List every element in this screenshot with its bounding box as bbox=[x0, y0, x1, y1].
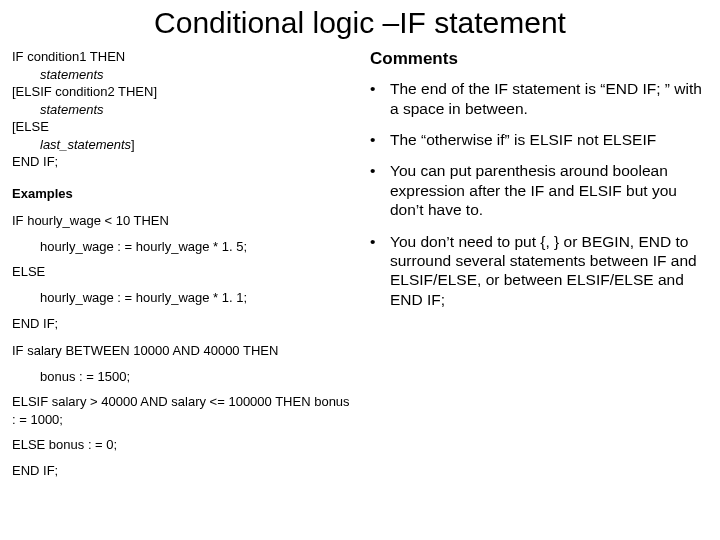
comment-text-3: You can put parenthesis around boolean e… bbox=[390, 161, 708, 219]
example-1-line-5: END IF; bbox=[12, 315, 350, 333]
comment-item-4: • You don’t need to put {, } or BEGIN, E… bbox=[370, 232, 708, 310]
content-columns: IF condition1 THEN statements [ELSIF con… bbox=[0, 48, 720, 489]
syntax-line-2: statements bbox=[12, 66, 350, 84]
syntax-line-6-suffix: ] bbox=[131, 137, 135, 152]
comment-item-1: • The end of the IF statement is “END IF… bbox=[370, 79, 708, 118]
syntax-line-4: statements bbox=[12, 101, 350, 119]
syntax-block: IF condition1 THEN statements [ELSIF con… bbox=[12, 48, 350, 171]
bullet-icon: • bbox=[370, 161, 390, 180]
comment-text-2: The “otherwise if” is ELSIF not ELSEIF bbox=[390, 130, 708, 149]
bullet-icon: • bbox=[370, 232, 390, 251]
example-1-line-4: hourly_wage : = hourly_wage * 1. 1; bbox=[12, 289, 350, 307]
comment-text-1: The end of the IF statement is “END IF; … bbox=[390, 79, 708, 118]
example-1-line-3: ELSE bbox=[12, 263, 350, 281]
comments-list: • The end of the IF statement is “END IF… bbox=[370, 79, 708, 309]
bullet-icon: • bbox=[370, 79, 390, 98]
syntax-line-1: IF condition1 THEN bbox=[12, 48, 350, 66]
examples-heading: Examples bbox=[12, 185, 350, 203]
example-2-line-4: ELSE bonus : = 0; bbox=[12, 436, 350, 454]
comments-heading: Comments bbox=[370, 48, 708, 69]
right-column: Comments • The end of the IF statement i… bbox=[360, 48, 708, 489]
example-2-line-5: END IF; bbox=[12, 462, 350, 480]
syntax-line-7: END IF; bbox=[12, 153, 350, 171]
bullet-icon: • bbox=[370, 130, 390, 149]
syntax-line-6-italic: last_statements bbox=[40, 137, 131, 152]
example-1-line-1: IF hourly_wage < 10 THEN bbox=[12, 212, 350, 230]
comment-item-2: • The “otherwise if” is ELSIF not ELSEIF bbox=[370, 130, 708, 149]
syntax-line-3: [ELSIF condition2 THEN] bbox=[12, 83, 350, 101]
example-2-line-2: bonus : = 1500; bbox=[12, 368, 350, 386]
syntax-line-5: [ELSE bbox=[12, 118, 350, 136]
comment-text-4: You don’t need to put {, } or BEGIN, END… bbox=[390, 232, 708, 310]
example-2-line-3: ELSIF salary > 40000 AND salary <= 10000… bbox=[12, 393, 350, 428]
comment-item-3: • You can put parenthesis around boolean… bbox=[370, 161, 708, 219]
syntax-line-6: last_statements] bbox=[12, 136, 350, 154]
page-title: Conditional logic –IF statement bbox=[0, 0, 720, 48]
example-2-line-1: IF salary BETWEEN 10000 AND 40000 THEN bbox=[12, 342, 350, 360]
example-1: IF hourly_wage < 10 THEN hourly_wage : =… bbox=[12, 212, 350, 332]
left-column: IF condition1 THEN statements [ELSIF con… bbox=[12, 48, 360, 489]
example-2: IF salary BETWEEN 10000 AND 40000 THEN b… bbox=[12, 342, 350, 479]
example-1-line-2: hourly_wage : = hourly_wage * 1. 5; bbox=[12, 238, 350, 256]
